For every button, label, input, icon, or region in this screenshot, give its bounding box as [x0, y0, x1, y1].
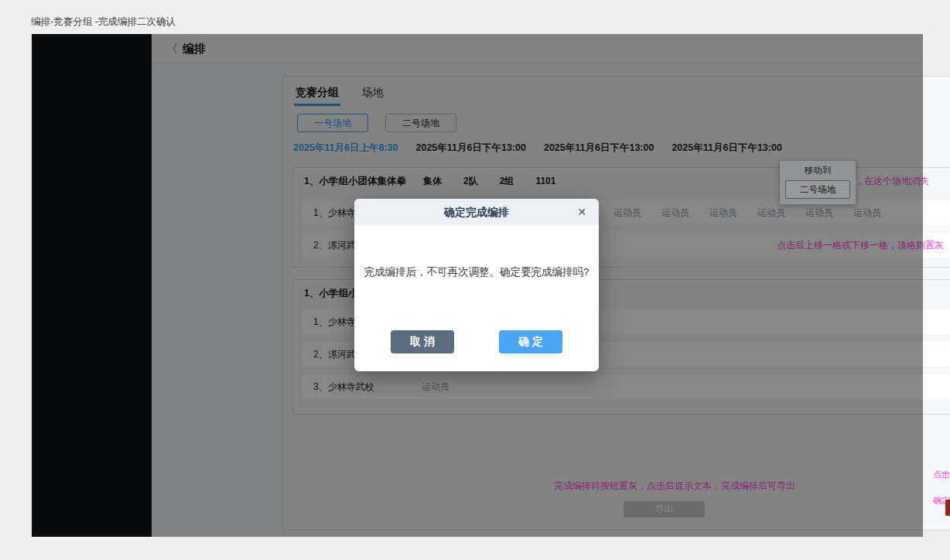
- page-title: 编排-竞赛分组 -完成编排二次确认: [31, 15, 176, 29]
- app-window: 〈 编排 竞赛分组场地 一号场地二号场地 2025年11月6日上午8:30202…: [32, 34, 923, 537]
- popover-title: 移动到: [780, 165, 856, 176]
- venue-option-button[interactable]: 二号场地: [785, 180, 850, 199]
- confirm-dialog: 确定完成编排 ✕ 完成编排后，不可再次调整。确定要完成编排吗? 取 消 确 定: [354, 199, 599, 371]
- dialog-title: 确定完成编排: [444, 206, 509, 218]
- finish-note-line1: 点击完成编排，弹出二次确认框: [933, 470, 950, 492]
- dialog-header: 确定完成编排 ✕: [354, 199, 599, 225]
- close-icon[interactable]: ✕: [577, 199, 586, 225]
- finish-scheduling-button[interactable]: 完成编排: [945, 500, 950, 516]
- dialog-message: 完成编排后，不可再次调整。确定要完成编排吗?: [354, 265, 599, 279]
- confirm-button[interactable]: 确 定: [499, 330, 562, 353]
- cancel-button[interactable]: 取 消: [391, 330, 454, 353]
- move-to-popover: 移动到 二号场地: [779, 160, 856, 205]
